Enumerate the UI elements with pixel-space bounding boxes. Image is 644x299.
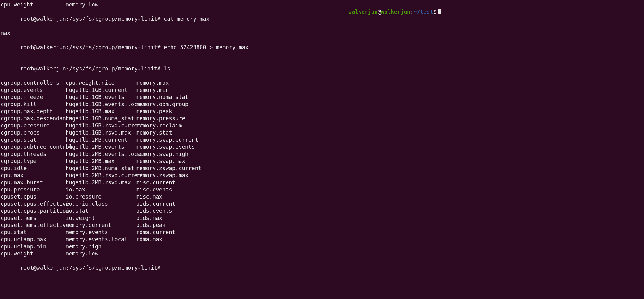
ls-cell: cpu.idle [1,165,66,172]
ls-cell: io.max [66,186,136,193]
ls-row: cpu.idlehugetlb.2MB.numa_statmemory.zswa… [1,165,327,172]
ls-cell: cpuset.cpus [1,193,66,200]
terminal-split: cpu.weight memory.low root@walkerjun:/sy… [0,0,644,299]
ls-cell: cgroup.controllers [1,79,66,87]
ls-row: cpu.maxhugetlb.2MB.rsvd.currentmemory.zs… [1,172,327,179]
prompt-host: walkerjun [37,265,66,271]
prompt-path: /sys/fs/cgroup/memory-limit [69,16,157,22]
ls-cell: memory.low [66,250,136,257]
ls-cell: hugetlb.1GB.rsvd.current [66,122,136,129]
ls-row: cgroup.max.depthhugetlb.1GB.maxmemory.pe… [1,108,327,115]
ls-cell: cpuset.mems [1,215,66,222]
ls-cell: pids.max [136,215,327,222]
ls-cell: cpu.weight [1,250,66,257]
ls-row: cgroup.killhugetlb.1GB.events.localmemor… [1,101,327,108]
ls-cell: memory.low [66,1,136,8]
ls-cell: io.pressure [66,193,136,200]
ls-cell: memory.swap.events [136,143,327,151]
ls-cell: memory.pressure [136,115,327,122]
ls-row: cpu.uclamp.maxmemory.events.localrdma.ma… [1,236,327,243]
ls-cell: memory.min [136,87,327,94]
ls-row: cgroup.threadshugetlb.2MB.events.localme… [1,151,327,158]
ls-row: cpuset.cpusio.pressuremisc.max [1,193,327,200]
ls-cell: memory.events [66,229,136,236]
prompt-at: @ [33,265,37,271]
ls-cell: cpu.uclamp.min [1,243,66,250]
prompt-colon: : [66,16,69,22]
prompt-line: root@walkerjun:/sys/fs/cgroup/memory-lim… [1,37,327,58]
prompt-hash: # [157,66,161,72]
ls-cell: misc.max [136,193,327,200]
ls-cell: misc.events [136,186,327,193]
command-text: echo 52428800 > memory.max [164,44,249,50]
ls-cell: memory.oom.group [136,101,327,108]
prompt-path: /sys/fs/cgroup/memory-limit [69,265,157,271]
ls-cell: memory.swap.high [136,151,327,158]
ls-cell: io.weight [66,215,136,222]
prompt-line[interactable]: walkerjun@walkerjun:~/test$ [329,1,643,23]
ls-cell: hugetlb.1GB.events.local [66,101,136,108]
prompt-colon: : [66,44,69,50]
ls-cell: hugetlb.2MB.numa_stat [66,165,136,172]
ls-cell: pids.current [136,200,327,207]
ls-cell: cgroup.pressure [1,122,66,129]
ls-cell: hugetlb.1GB.current [66,87,136,94]
prompt-user: walkerjun [348,9,378,15]
prompt-hash: # [157,44,161,50]
ls-cell: cgroup.stat [1,136,66,143]
ls-cell: memory.stat [136,129,327,136]
prompt-hash: # [157,16,161,22]
ls-row: cgroup.procshugetlb.1GB.rsvd.maxmemory.s… [1,129,327,136]
ls-row: cgroup.max.descendantshugetlb.1GB.numa_s… [1,115,327,122]
ls-cell: cpu.weight.nice [66,79,136,87]
prompt-host: walkerjun [37,44,66,50]
ls-cell: hugetlb.2MB.events.local [66,151,136,158]
right-pane[interactable]: walkerjun@walkerjun:~/test$ [328,0,644,299]
ls-row: cgroup.freezehugetlb.1GB.eventsmemory.nu… [1,94,327,101]
ls-cell: cpu.stat [1,229,66,236]
ls-cell [136,243,327,250]
ls-cell: cpu.max.burst [1,179,66,186]
ls-row: cpu.max.bursthugetlb.2MB.rsvd.maxmisc.cu… [1,179,327,186]
prompt-path: /sys/fs/cgroup/memory-limit [69,66,157,72]
ls-cell: hugetlb.2MB.max [66,158,136,165]
ls-cell: memory.current [66,222,136,229]
ls-cell: cpu.weight [1,1,66,8]
prompt-user: root [20,66,33,72]
ls-row: cgroup.subtree_controlhugetlb.2MB.events… [1,143,327,151]
ls-cell [136,1,327,8]
ls-row: cpuset.mems.effectivememory.currentpids.… [1,222,327,229]
ls-cell: cgroup.freeze [1,94,66,101]
ls-cell: pids.peak [136,222,327,229]
prompt-line: root@walkerjun:/sys/fs/cgroup/memory-lim… [1,58,327,79]
ls-row: cpuset.memsio.weightpids.max [1,215,327,222]
prompt-path: ~/test [414,9,433,15]
prompt-colon: : [410,9,414,15]
ls-row: cpu.statmemory.eventsrdma.current [1,229,327,236]
ls-cell: cgroup.type [1,158,66,165]
ls-cell: cgroup.subtree_control [1,143,66,151]
prompt-host: walkerjun [381,9,411,15]
prompt-colon: : [66,265,69,271]
ls-cell: memory.numa_stat [136,94,327,101]
ls-cell: memory.reclaim [136,122,327,129]
ls-cell: cpuset.cpus.partition [1,207,66,215]
prompt-user: root [20,265,33,271]
prompt-at: @ [33,44,37,50]
ls-cell: cgroup.events [1,87,66,94]
ls-row: cpuset.cpus.effectiveio.prio.classpids.c… [1,200,327,207]
ls-cell: memory.events.local [66,236,136,243]
command-text: ls [164,66,170,72]
prompt-colon: : [66,66,69,72]
left-pane[interactable]: cpu.weight memory.low root@walkerjun:/sy… [0,0,328,299]
ls-row: cgroup.controllerscpu.weight.nicememory.… [1,79,327,87]
ls-row: cgroup.pressurehugetlb.1GB.rsvd.currentm… [1,122,327,129]
prompt-line: root@walkerjun:/sys/fs/cgroup/memory-lim… [1,257,327,279]
prompt-at: @ [33,16,37,22]
ls-cell: memory.max [136,79,327,87]
ls-row: cpu.weightmemory.low [1,250,327,257]
prompt-at: @ [33,66,37,72]
ls-row-top: cpu.weight memory.low [1,1,327,8]
ls-cell: cgroup.threads [1,151,66,158]
ls-row: cpu.pressureio.maxmisc.events [1,186,327,193]
